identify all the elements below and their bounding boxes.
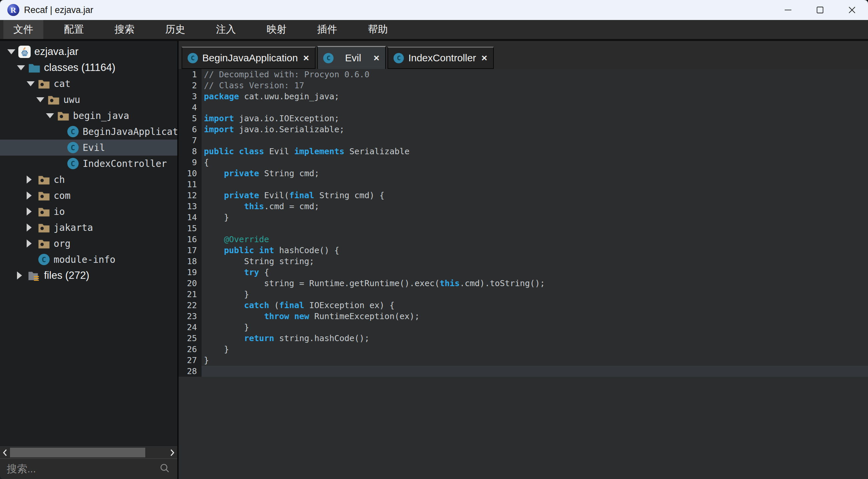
expand-arrow-icon[interactable] [27,240,37,248]
tree-item-indexcontroller[interactable]: CIndexController [0,156,177,171]
expand-arrow-icon[interactable] [17,272,27,280]
menu-item-5[interactable]: 注入 [206,20,246,39]
tree-item-uwu[interactable]: uwu [0,92,177,107]
menu-item-1[interactable]: 文件 [3,20,43,39]
code-line-text: public class Evil implements Serializabl… [202,146,868,157]
tree-search-bar [0,458,177,479]
tree-item-beginjavaapplication[interactable]: CBeginJavaApplication [0,124,177,139]
line-number: 17 [179,245,202,256]
code-line-22: 22 catch (final IOException ex) { [179,300,868,311]
chevron-right-icon [168,448,176,457]
code-line-text: String string; [202,256,868,267]
tree-item-label: Evil [83,142,105,153]
code-line-16: 16 @Override [179,234,868,245]
scroll-right-button[interactable] [167,447,177,458]
package-folder-icon [57,109,69,122]
code-line-text: private Evil(final String cmd) { [202,190,868,201]
scrollbar-thumb[interactable] [10,448,145,457]
code-line-text: this.cmd = cmd; [202,201,868,212]
tree-item-cat[interactable]: cat [0,75,177,92]
code-line-11: 11 [179,179,868,190]
tab-evil[interactable]: CEvil× [317,46,386,69]
collapse-arrow-icon[interactable] [36,97,46,102]
menu-item-6[interactable]: 映射 [256,20,297,39]
tree-item-jakarta[interactable]: jakarta [0,220,177,235]
code-line-8: 8public class Evil implements Serializab… [179,146,868,157]
tree-item-label: files (272) [44,269,89,282]
menu-item-7[interactable]: 插件 [307,20,347,39]
line-number: 18 [179,256,202,267]
collapse-arrow-icon[interactable] [17,65,27,70]
tree-item-label: BeginJavaApplication [83,126,177,137]
code-line-text: string = Runtime.getRuntime().exec(this.… [202,278,868,289]
code-editor[interactable]: 1// Decompiled with: Procyon 0.6.02// Cl… [179,69,868,479]
tree-item-evil[interactable]: CEvil [0,139,177,156]
expand-arrow-icon[interactable] [27,207,37,216]
tree-item-com[interactable]: com [0,188,177,203]
line-number: 12 [179,190,202,201]
tree-item-label: module-info [54,254,115,265]
tree-horizontal-scrollbar[interactable] [0,446,177,458]
code-line-2: 2// Class Version: 17 [179,80,868,91]
tree-item-org[interactable]: org [0,235,177,252]
code-line-21: 21 } [179,289,868,300]
line-number: 2 [179,80,202,91]
scrollbar-track[interactable] [10,447,167,458]
tree-item-ch[interactable]: ch [0,171,177,188]
tree-item-label: io [54,206,65,217]
search-input[interactable] [7,463,159,475]
tree-item-label: org [54,238,71,249]
recaf-window: R Recaf | ezjava.jar 文件配置搜索历史注入映射插件帮助 ez… [0,0,868,479]
scroll-left-button[interactable] [0,447,10,458]
class-icon: C [38,254,50,266]
minimize-button[interactable] [772,0,804,20]
tab-close-icon[interactable]: × [373,53,380,63]
tab-indexcontroller[interactable]: CIndexController× [388,46,494,69]
tree-item-classes-11164[interactable]: classes (11164) [0,60,177,75]
code-line-1: 1// Decompiled with: Procyon 0.6.0 [179,69,868,80]
menu-item-3[interactable]: 搜索 [105,20,145,39]
menu-bar: 文件配置搜索历史注入映射插件帮助 [0,20,868,39]
tab-close-icon[interactable]: × [481,53,488,63]
line-number: 10 [179,168,202,179]
close-button[interactable] [836,0,868,20]
tab-label: Evil [345,52,361,64]
tab-beginjavaapplication[interactable]: CBeginJavaApplication× [182,46,315,69]
titlebar: R Recaf | ezjava.jar [0,0,868,20]
tree-item-io[interactable]: io [0,203,177,220]
tree-item-label: uwu [63,94,80,105]
code-line-text: { [202,157,868,168]
maximize-button[interactable] [804,0,836,20]
tree-item-begin-java[interactable]: begin_java [0,107,177,124]
line-number: 14 [179,212,202,223]
tab-close-icon[interactable]: × [303,53,310,63]
menu-item-4[interactable]: 历史 [155,20,195,39]
tree-item-ezjava-jar[interactable]: ezjava.jar [0,44,177,60]
class-icon: C [394,53,404,63]
expand-arrow-icon[interactable] [27,224,37,231]
tree-item-files-272[interactable]: files (272) [0,267,177,284]
code-line-28: 28 [179,366,868,377]
tree-item-module-info[interactable]: Cmodule-info [0,252,177,267]
code-line-20: 20 string = Runtime.getRuntime().exec(th… [179,278,868,289]
code-line-text: import java.io.IOException; [202,113,868,124]
code-line-text: } [202,212,868,223]
minimize-icon [782,4,794,15]
line-number: 5 [179,113,202,124]
collapse-arrow-icon[interactable] [46,113,56,118]
code-line-12: 12 private Evil(final String cmd) { [179,190,868,201]
code-line-text [202,102,868,113]
expand-arrow-icon[interactable] [27,192,37,199]
collapse-arrow-icon[interactable] [27,81,37,86]
expand-arrow-icon[interactable] [27,175,37,184]
line-number: 22 [179,300,202,311]
menu-item-2[interactable]: 配置 [54,20,94,39]
line-number: 27 [179,355,202,366]
collapse-arrow-icon[interactable] [7,49,17,54]
tab-strip: CBeginJavaApplication×CEvil×CIndexContro… [179,41,868,69]
line-number: 8 [179,146,202,157]
tree-item-label: cat [54,78,71,89]
class-icon: C [323,53,334,63]
menu-item-8[interactable]: 帮助 [358,20,398,39]
code-line-5: 5import java.io.IOException; [179,113,868,124]
